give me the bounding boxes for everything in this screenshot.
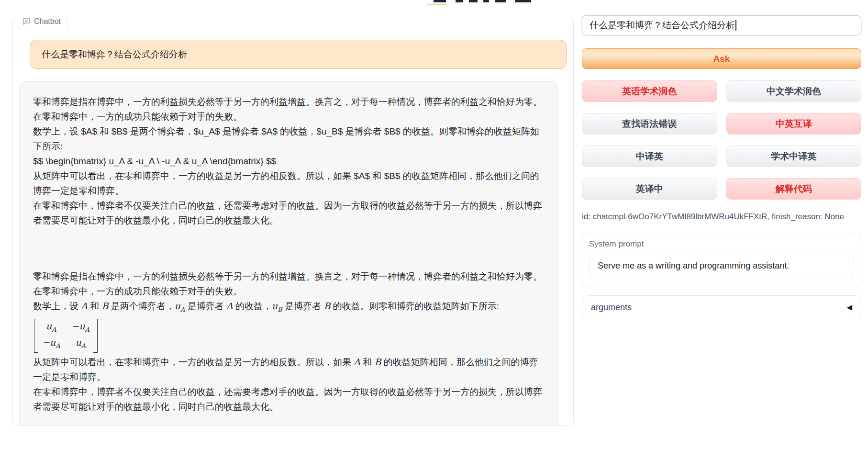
- chat-bubble-icon: [22, 17, 31, 25]
- completion-status-line: id: chatcmpl-6wOo7KrYTwMl89lbrMWRu4UkFFX…: [582, 212, 861, 222]
- arguments-accordion[interactable]: arguments ◀: [582, 295, 861, 319]
- message-line: 零和博弈是指在博弈中，一方的利益损失必然等于另一方的利益增益。换言之，对于每一种…: [33, 269, 545, 299]
- user-message-text: 什么是零和博弈？结合公式介绍分析: [42, 49, 187, 59]
- clipped-page-title: [421, 0, 550, 6]
- question-input-value: 什么是零和博弈？结合公式介绍分析: [590, 19, 735, 32]
- control-column: 什么是零和博弈？结合公式介绍分析 Ask 英语学术润色 中文学术润色 查找语法错…: [582, 15, 861, 319]
- user-message[interactable]: 什么是零和博弈？结合公式介绍分析: [30, 40, 567, 69]
- button-zh-to-en[interactable]: 中译英: [582, 146, 717, 167]
- message-line: 在零和博弈中，博弈者不仅要关注自己的收益，还需要考虑对手的收益。因为一方取得的收…: [33, 384, 545, 414]
- message-line: 从矩阵中可以看出，在零和博弈中，一方的收益是另一方的相反数。所以，如果 A 和 …: [33, 355, 545, 384]
- chatbot-panel: Chatbot 什么是零和博弈？结合公式介绍分析 零和博弈是指在博弈中，一方的利…: [12, 17, 574, 426]
- message-line: 数学上，设 A 和 B 是两个博弈者，uA 是博弈者 A 的收益，uB 是博弈者…: [33, 299, 545, 317]
- user-message-row: 什么是零和博弈？结合公式介绍分析: [30, 40, 567, 69]
- message-paragraph-gap: [33, 228, 545, 269]
- button-find-grammar-errors[interactable]: 查找语法错误: [582, 113, 717, 135]
- message-line: 零和博弈是指在博弈中，一方的利益损失必然等于另一方的利益增益。换言之，对于每一种…: [33, 94, 545, 124]
- text-caret: [735, 20, 736, 31]
- button-en-to-zh[interactable]: 英译中: [582, 178, 717, 200]
- bot-message[interactable]: 零和博弈是指在博弈中，一方的利益损失必然等于另一方的利益增益。换言之，对于每一种…: [19, 81, 558, 426]
- button-zh-en-mutual-translate[interactable]: 中英互译: [726, 113, 862, 135]
- message-line: 在零和博弈中，博弈者不仅要关注自己的收益，还需要考虑对手的收益。因为一方取得的收…: [33, 198, 545, 228]
- button-academic-zh-to-en[interactable]: 学术中译英: [726, 146, 862, 167]
- message-line: 数学上，设 $A$ 和 $B$ 是两个博弈者，$u_A$ 是博弈者 $A$ 的收…: [33, 124, 545, 154]
- chatbot-label-text: Chatbot: [34, 18, 61, 25]
- system-prompt-label: System prompt: [589, 239, 854, 249]
- button-chinese-academic-polish[interactable]: 中文学术润色: [726, 80, 862, 102]
- button-explain-code[interactable]: 解释代码: [726, 178, 862, 200]
- system-prompt-value: Serve me as a writing and programming as…: [598, 261, 789, 271]
- collapse-arrow-icon: ◀: [846, 303, 852, 312]
- arguments-accordion-label: arguments: [591, 303, 632, 313]
- message-line: $$ \begin{bmatrix} u_A & -u_A \ -u_A & u…: [33, 154, 545, 168]
- quick-action-grid: 英语学术润色 中文学术润色 查找语法错误 中英互译 中译英 学术中译英 英译中 …: [582, 80, 861, 200]
- latex-matrix: uA−uA−uAuA: [34, 319, 98, 353]
- bot-message-text: 零和博弈是指在博弈中，一方的利益损失必然等于另一方的利益增益。换言之，对于每一种…: [33, 94, 545, 414]
- ask-button[interactable]: Ask: [582, 48, 861, 69]
- system-prompt-card: System prompt Serve me as a writing and …: [582, 233, 861, 288]
- message-line: 从矩阵中可以看出，在零和博弈中，一方的收益是另一方的相反数。所以，如果 $A$ …: [33, 168, 545, 198]
- chatbot-label: Chatbot: [17, 17, 68, 29]
- button-english-academic-polish[interactable]: 英语学术润色: [582, 80, 717, 102]
- question-input[interactable]: 什么是零和博弈？结合公式介绍分析: [582, 15, 861, 35]
- bot-message-row: 零和博弈是指在博弈中，一方的利益损失必然等于另一方的利益增益。换言之，对于每一种…: [19, 81, 558, 426]
- system-prompt-input[interactable]: Serve me as a writing and programming as…: [589, 255, 854, 277]
